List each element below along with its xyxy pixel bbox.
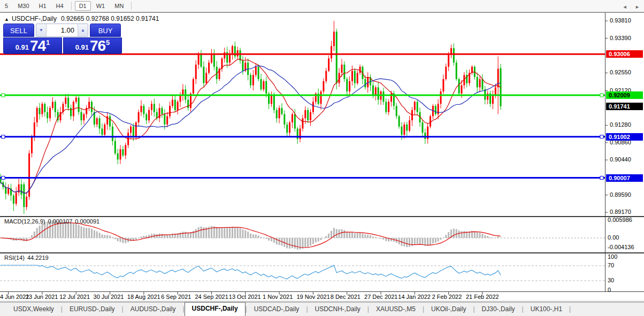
- buy-price-box[interactable]: 0.91765: [63, 37, 122, 54]
- tab-scroll-right-icon[interactable]: ►: [635, 4, 640, 10]
- chart-tab-eurusd-daily[interactable]: EURUSD-,Daily: [63, 303, 122, 316]
- toolbar-separator: [131, 2, 132, 10]
- chart-tab-usdcnh-daily[interactable]: USDCNH-,Daily: [308, 303, 367, 316]
- volume-increase-icon[interactable]: ▲: [78, 24, 88, 36]
- level-handle[interactable]: [600, 135, 603, 138]
- tab-scroll-arrows: ◄ ►: [616, 4, 640, 10]
- toolbar-separator: [71, 2, 72, 10]
- chart-tab-bar: USDX,Weekly|EURUSD-,Daily|AUDUSD-,Daily|…: [0, 302, 644, 316]
- volume-input[interactable]: 1.00: [47, 24, 78, 36]
- level-handle[interactable]: [2, 94, 5, 97]
- trading-platform-window: 5M30H1H4D1W1MN ▲USDCHF-,Daily0.92665 0.9…: [0, 0, 644, 316]
- macd-indicator-label: MACD(12,26,9)0.0001070.000091: [4, 218, 102, 225]
- timeframe-button-w1[interactable]: W1: [92, 1, 110, 11]
- chart-tab-usdchf-daily[interactable]: USDCHF-,Daily: [185, 302, 246, 316]
- level-handle[interactable]: [600, 176, 603, 180]
- sell-price-box[interactable]: 0.91741: [3, 37, 62, 54]
- timeframe-button-mn[interactable]: MN: [110, 1, 128, 11]
- buy-price-main: 76: [90, 38, 105, 53]
- sell-price-pip: 1: [46, 38, 50, 47]
- level-handle[interactable]: [600, 94, 603, 97]
- buy-price-prefix: 0.91: [75, 43, 89, 51]
- timeframe-button-h1[interactable]: H1: [35, 1, 51, 11]
- buy-price-pip: 5: [106, 38, 110, 47]
- tab-scroll-left-icon[interactable]: ◄: [623, 4, 627, 10]
- one-click-trade-panel: SELL ▼ 1.00 ▲ BUY 0.91741 0.91765: [3, 24, 122, 54]
- sell-price-prefix: 0.91: [16, 43, 29, 51]
- level-handle[interactable]: [2, 176, 5, 180]
- chart-title: ▲USDCHF-,Daily0.92665 0.92768 0.91652 0.…: [4, 15, 159, 22]
- chart-tab-ukoil-daily[interactable]: UKOil-,Daily: [424, 303, 473, 316]
- collapse-panel-icon[interactable]: ▲: [4, 17, 9, 22]
- timeframe-toolbar: 5M30H1H4D1W1MN: [0, 0, 644, 12]
- timeframe-button-5[interactable]: 5: [1, 1, 12, 11]
- sell-button[interactable]: SELL: [3, 24, 34, 37]
- level-handle[interactable]: [2, 135, 5, 138]
- chart-symbol-label: USDCHF-,Daily: [12, 15, 57, 22]
- timeframe-button-d1[interactable]: D1: [75, 1, 91, 11]
- chart-ohlc-values: 0.92665 0.92768 0.91652 0.91741: [61, 15, 159, 22]
- volume-stepper: ▼ 1.00 ▲: [36, 24, 88, 37]
- timeframe-button-h4[interactable]: H4: [52, 1, 68, 11]
- chart-tab-dj30-daily[interactable]: DJ30-,Daily: [475, 303, 522, 316]
- volume-decrease-icon[interactable]: ▼: [36, 24, 47, 36]
- timeframe-button-m30[interactable]: M30: [13, 1, 33, 11]
- chart-tab-xauusd-m5[interactable]: XAUUSD-,M5: [369, 303, 423, 316]
- tab-separator: |: [569, 305, 571, 316]
- sell-price-main: 74: [30, 38, 45, 53]
- buy-button[interactable]: BUY: [90, 24, 121, 37]
- chart-tab-audusd-daily[interactable]: AUDUSD-,Daily: [124, 303, 183, 316]
- chart-tab-usdx-weekly[interactable]: USDX,Weekly: [6, 303, 61, 316]
- chart-tab-usdcad-daily[interactable]: USDCAD-,Daily: [247, 303, 306, 316]
- chart-tab-uk100-h1[interactable]: UK100-,H1: [524, 303, 569, 316]
- rsi-indicator-label: RSI(14)44.2219: [4, 255, 51, 261]
